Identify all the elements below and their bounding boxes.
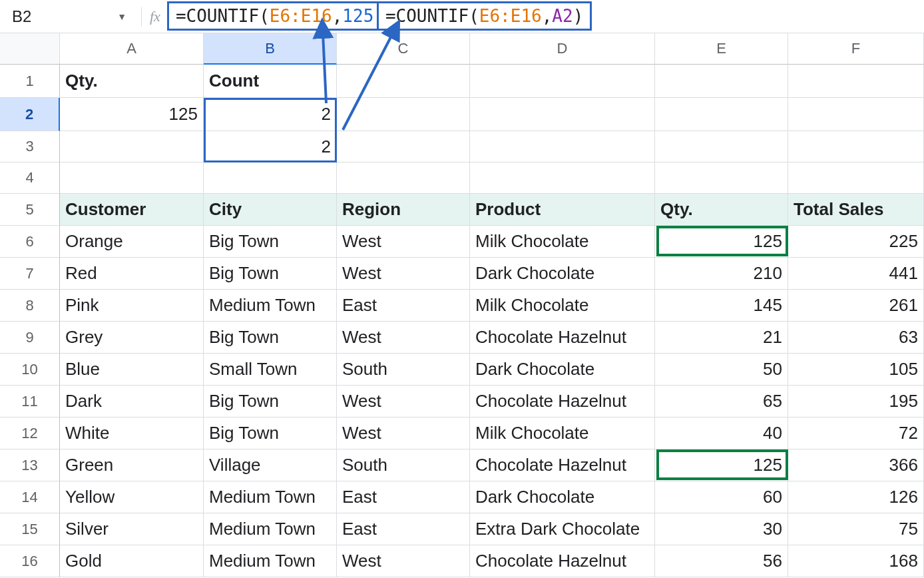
cell-a12[interactable]: White (60, 418, 204, 449)
chevron-down-icon[interactable]: ▼ (117, 11, 126, 22)
cell-c9[interactable]: West (337, 322, 470, 354)
cell-b16[interactable]: Medium Town (204, 545, 337, 577)
cell-d7[interactable]: Dark Chocolate (470, 258, 655, 290)
cell-f7[interactable]: 441 (788, 258, 924, 290)
cell-a1[interactable]: Qty. (60, 65, 204, 98)
cell-c12[interactable]: West (337, 418, 470, 449)
cell-a5[interactable]: Customer (60, 194, 204, 226)
cell-b6[interactable]: Big Town (204, 226, 337, 258)
cell-a11[interactable]: Dark (60, 386, 204, 418)
cell-e14[interactable]: 60 (655, 481, 788, 513)
row-header-5[interactable]: 5 (0, 194, 60, 226)
cell-e11[interactable]: 65 (655, 386, 788, 418)
cell-a2[interactable]: 125 (60, 98, 204, 131)
cell-b8[interactable]: Medium Town (204, 290, 337, 322)
cell-c11[interactable]: West (337, 386, 470, 418)
cell-e12[interactable]: 40 (655, 418, 788, 449)
cell-d11[interactable]: Chocolate Hazelnut (470, 386, 655, 418)
cell-d15[interactable]: Extra Dark Chocolate (470, 513, 655, 545)
cell-a4[interactable] (60, 162, 204, 194)
cell-e9[interactable]: 21 (655, 322, 788, 354)
cell-c4[interactable] (337, 162, 470, 194)
cell-c3[interactable] (337, 131, 470, 162)
cell-e3[interactable] (655, 131, 788, 162)
cell-f15[interactable]: 75 (788, 513, 924, 545)
cell-a14[interactable]: Yellow (60, 481, 204, 513)
cell-a7[interactable]: Red (60, 258, 204, 290)
cell-c1[interactable] (337, 65, 470, 98)
cell-c16[interactable]: West (337, 545, 470, 577)
row-header-16[interactable]: 16 (0, 545, 60, 577)
cell-b1[interactable]: Count (204, 65, 337, 98)
col-header-b[interactable]: B (204, 33, 337, 65)
cell-f14[interactable]: 126 (788, 481, 924, 513)
cell-b13[interactable]: Village (204, 449, 337, 481)
cell-c2[interactable] (337, 98, 470, 131)
formula-input[interactable]: =COUNTIF(E6:E16,125) =COUNTIF(E6:E16,A2) (167, 0, 924, 33)
cell-e10[interactable]: 50 (655, 354, 788, 386)
cell-b3[interactable]: 2 (204, 131, 337, 162)
cell-d4[interactable] (470, 162, 655, 194)
cell-e2[interactable] (655, 98, 788, 131)
cell-f16[interactable]: 168 (788, 545, 924, 577)
cell-f12[interactable]: 72 (788, 418, 924, 449)
cell-f10[interactable]: 105 (788, 354, 924, 386)
cell-e7[interactable]: 210 (655, 258, 788, 290)
cell-b12[interactable]: Big Town (204, 418, 337, 449)
cell-e6[interactable]: 125 (655, 226, 788, 258)
cell-f13[interactable]: 366 (788, 449, 924, 481)
cell-d9[interactable]: Chocolate Hazelnut (470, 322, 655, 354)
cell-f11[interactable]: 195 (788, 386, 924, 418)
cell-c13[interactable]: South (337, 449, 470, 481)
cell-b4[interactable] (204, 162, 337, 194)
cell-e4[interactable] (655, 162, 788, 194)
cell-c7[interactable]: West (337, 258, 470, 290)
cell-d6[interactable]: Milk Chocolate (470, 226, 655, 258)
row-header-2[interactable]: 2 (0, 98, 60, 131)
cell-d13[interactable]: Chocolate Hazelnut (470, 449, 655, 481)
row-header-8[interactable]: 8 (0, 290, 60, 322)
row-header-1[interactable]: 1 (0, 65, 60, 98)
row-header-13[interactable]: 13 (0, 449, 60, 481)
cell-b5[interactable]: City (204, 194, 337, 226)
cell-e13[interactable]: 125 (655, 449, 788, 481)
row-header-10[interactable]: 10 (0, 354, 60, 386)
cell-f4[interactable] (788, 162, 924, 194)
cell-f3[interactable] (788, 131, 924, 162)
cell-e1[interactable] (655, 65, 788, 98)
cell-c6[interactable]: West (337, 226, 470, 258)
cell-b15[interactable]: Medium Town (204, 513, 337, 545)
cell-d3[interactable] (470, 131, 655, 162)
row-header-12[interactable]: 12 (0, 418, 60, 449)
cell-d8[interactable]: Milk Chocolate (470, 290, 655, 322)
col-header-f[interactable]: F (788, 33, 924, 65)
cell-d5[interactable]: Product (470, 194, 655, 226)
col-header-d[interactable]: D (470, 33, 655, 65)
row-header-14[interactable]: 14 (0, 481, 60, 513)
row-header-6[interactable]: 6 (0, 226, 60, 258)
cell-a8[interactable]: Pink (60, 290, 204, 322)
select-all-corner[interactable] (0, 33, 60, 65)
cell-a13[interactable]: Green (60, 449, 204, 481)
row-header-4[interactable]: 4 (0, 162, 60, 194)
row-header-7[interactable]: 7 (0, 258, 60, 290)
cell-f6[interactable]: 225 (788, 226, 924, 258)
cell-f8[interactable]: 261 (788, 290, 924, 322)
cell-c14[interactable]: East (337, 481, 470, 513)
row-header-15[interactable]: 15 (0, 513, 60, 545)
cell-e15[interactable]: 30 (655, 513, 788, 545)
cell-a6[interactable]: Orange (60, 226, 204, 258)
col-header-c[interactable]: C (337, 33, 470, 65)
cell-c5[interactable]: Region (337, 194, 470, 226)
cell-b10[interactable]: Small Town (204, 354, 337, 386)
cell-c10[interactable]: South (337, 354, 470, 386)
cell-a9[interactable]: Grey (60, 322, 204, 354)
cell-c15[interactable]: East (337, 513, 470, 545)
cell-d10[interactable]: Dark Chocolate (470, 354, 655, 386)
row-header-9[interactable]: 9 (0, 322, 60, 354)
row-header-3[interactable]: 3 (0, 131, 60, 162)
cell-a10[interactable]: Blue (60, 354, 204, 386)
cell-b14[interactable]: Medium Town (204, 481, 337, 513)
cell-a16[interactable]: Gold (60, 545, 204, 577)
cell-d2[interactable] (470, 98, 655, 131)
